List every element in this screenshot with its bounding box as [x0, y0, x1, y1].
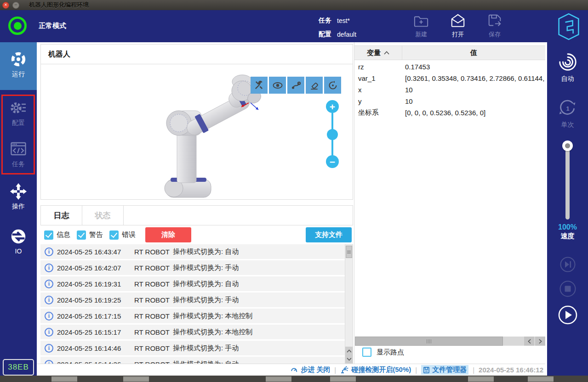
- error-checkbox[interactable]: [109, 230, 119, 240]
- taskbar-item: [51, 376, 77, 382]
- scroll-down-button[interactable]: [345, 355, 353, 363]
- status-datetime: 2024-05-25 16:46:12: [479, 366, 543, 374]
- step-mode-status[interactable]: 步进 关闭: [291, 365, 330, 374]
- file-manager-icon: [423, 366, 430, 374]
- speed-label: 速度: [547, 231, 588, 240]
- auto-mode-button[interactable]: 自动: [547, 51, 588, 83]
- scroll-up-button[interactable]: [345, 347, 353, 355]
- variables-column-header[interactable]: 变量: [354, 46, 402, 60]
- log-row[interactable]: i 2024-05-25 16:19:31 RT ROBOT 操作模式切换为: …: [40, 276, 345, 291]
- close-icon[interactable]: ×: [2, 2, 9, 9]
- show-waypoints-row: 显示路点: [362, 348, 404, 357]
- visibility-button[interactable]: [269, 77, 286, 94]
- info-icon: i: [45, 360, 53, 364]
- separator: |: [415, 366, 417, 374]
- table-row[interactable]: var_1 [0.3261, 0.35348, 0.73416, 2.72866…: [354, 73, 545, 84]
- robot-panel-title: 机器人: [40, 44, 353, 64]
- tab-status[interactable]: 状态: [82, 206, 124, 225]
- minimize-icon[interactable]: −: [12, 2, 19, 9]
- horizontal-scrollbar: [355, 337, 545, 346]
- chevron-left-icon: [528, 339, 531, 344]
- new-button[interactable]: 新建: [405, 13, 438, 39]
- table-row[interactable]: x 10: [354, 84, 545, 96]
- highlight-rectangle: [1, 95, 35, 174]
- show-waypoints-checkbox[interactable]: [362, 348, 371, 357]
- zoom-in-button[interactable]: +: [326, 100, 339, 113]
- top-header: 正常模式 任务 test* 配置 default 新建 打开: [0, 10, 588, 42]
- move-arrows-icon: [10, 183, 27, 200]
- taskbar-item: [123, 376, 149, 382]
- info-icon: i: [45, 344, 53, 353]
- reset-view-button[interactable]: [324, 77, 341, 94]
- chevron-right-icon: [539, 339, 542, 344]
- log-row[interactable]: i 2024-05-25 16:17:15 RT ROBOT 操作模式切换为: …: [40, 309, 345, 323]
- run-icon: [10, 51, 27, 68]
- horizontal-scrollbar-thumb[interactable]: [355, 337, 503, 346]
- window-title: 机器人图形化编程环境: [29, 1, 89, 9]
- sidebar-item-operate[interactable]: 操作: [0, 183, 37, 211]
- taskbar-item: [468, 376, 494, 382]
- io-sync-icon: [10, 228, 27, 245]
- path-button[interactable]: [287, 77, 304, 94]
- support-files-button[interactable]: 支持文件: [306, 227, 352, 242]
- scroll-left-button[interactable]: [524, 337, 534, 346]
- save-icon: [487, 13, 502, 29]
- zoom-slider-knob[interactable]: [327, 129, 338, 140]
- open-button[interactable]: 打开: [441, 13, 474, 39]
- speed-slider-knob[interactable]: [562, 140, 573, 151]
- stop-button[interactable]: [559, 280, 577, 298]
- info-icon: i: [45, 296, 53, 304]
- chevron-up-icon: [347, 349, 352, 353]
- rotate-reset-icon: [327, 80, 338, 91]
- log-row[interactable]: i 2024-05-25 16:43:47 RT ROBOT 操作模式切换为: …: [40, 244, 345, 259]
- tab-log[interactable]: 日志: [41, 206, 82, 225]
- zoom-out-button[interactable]: −: [326, 155, 339, 168]
- log-row[interactable]: i 2024-05-25 16:14:46 RT ROBOT 操作模式切换为: …: [40, 341, 345, 355]
- log-scrollbar-thumb[interactable]: [346, 246, 352, 258]
- separator: |: [473, 366, 474, 374]
- value-column-header[interactable]: 值: [402, 46, 545, 60]
- clear-log-button[interactable]: 清除: [145, 227, 191, 242]
- speed-slider-track: [565, 147, 570, 219]
- eye-icon: [272, 80, 283, 91]
- warning-checkbox[interactable]: [77, 230, 86, 240]
- info-checkbox[interactable]: [44, 230, 53, 240]
- speed-readout: 100% 速度: [547, 223, 588, 240]
- path-icon: [291, 80, 302, 91]
- collision-detect-status[interactable]: 碰撞检测开启(50%): [340, 365, 411, 374]
- save-button[interactable]: 保存: [478, 13, 511, 39]
- config-label: 配置: [319, 30, 331, 39]
- log-row[interactable]: i 2024-05-25 16:14:36 RT ROBOT 操作模式切换为: …: [40, 357, 345, 364]
- scroll-right-button[interactable]: [535, 337, 545, 346]
- eraser-button[interactable]: [306, 77, 323, 94]
- info-icon: i: [45, 264, 53, 272]
- separator: |: [334, 366, 336, 374]
- table-row[interactable]: 坐标系 [0, 0, 0, 0.5236, 0.5236, 0]: [354, 107, 545, 118]
- chevron-down-icon: [347, 358, 352, 361]
- mode-indicator: 正常模式: [8, 17, 66, 35]
- single-run-button[interactable]: 1 单次: [547, 98, 588, 129]
- warning-filter-label: 警告: [89, 230, 103, 239]
- step-forward-button[interactable]: [559, 256, 576, 273]
- repeat-once-icon: 1: [558, 98, 578, 118]
- table-row[interactable]: y 10: [354, 96, 545, 107]
- status-light-icon: [8, 17, 27, 35]
- speed-value: 100%: [547, 223, 588, 231]
- info-icon: i: [45, 280, 53, 288]
- sidebar-item-io[interactable]: IO: [0, 228, 37, 255]
- play-button[interactable]: [558, 305, 578, 325]
- file-manager-button[interactable]: 文件管理器: [421, 365, 468, 375]
- play-icon: [558, 305, 578, 325]
- mode-label: 正常模式: [39, 22, 66, 30]
- log-row[interactable]: i 2024-05-25 16:42:07 RT ROBOT 操作模式切换为: …: [40, 260, 345, 275]
- view-toolbar: [251, 77, 341, 94]
- table-row[interactable]: rz 0.17453: [354, 61, 545, 73]
- config-value: default: [337, 31, 356, 38]
- log-row[interactable]: i 2024-05-25 16:15:17 RT ROBOT 操作模式切换为: …: [40, 325, 345, 339]
- task-label: 任务: [319, 17, 331, 25]
- sidebar-item-run[interactable]: 运行: [0, 42, 37, 90]
- tools-button[interactable]: [251, 77, 268, 94]
- grip-icon: [426, 339, 432, 343]
- eraser-icon: [309, 80, 320, 90]
- log-row[interactable]: i 2024-05-25 16:19:25 RT ROBOT 操作模式切换为: …: [40, 292, 345, 307]
